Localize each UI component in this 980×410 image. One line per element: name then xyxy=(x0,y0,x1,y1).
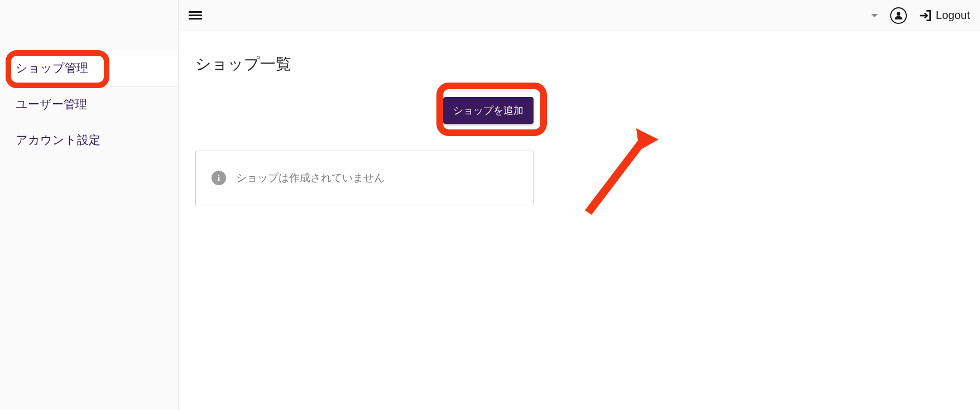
add-button-container: ショップを追加 xyxy=(195,97,534,124)
empty-state-panel: i ショップは作成されていません xyxy=(195,151,534,205)
sidebar-item-label: ショップ管理 xyxy=(16,61,88,74)
empty-state-text: ショップは作成されていません xyxy=(236,171,385,185)
dropdown-caret-icon[interactable] xyxy=(871,14,878,17)
sidebar-item-shop-management[interactable]: ショップ管理 xyxy=(0,50,178,86)
sidebar-spacer xyxy=(0,0,178,50)
topbar: Logout xyxy=(179,0,980,31)
info-icon: i xyxy=(212,171,226,185)
sidebar-item-label: ユーザー管理 xyxy=(16,98,87,110)
svg-point-0 xyxy=(896,12,900,16)
user-avatar-icon[interactable] xyxy=(890,7,907,24)
hamburger-menu-icon[interactable] xyxy=(189,9,202,22)
sidebar-item-label: アカウント設定 xyxy=(16,133,100,146)
add-shop-button[interactable]: ショップを追加 xyxy=(443,97,534,124)
main-area: Logout ショップ一覧 ショップを追加 i ショップは作成されていません xyxy=(179,0,980,410)
page-title: ショップ一覧 xyxy=(195,54,963,75)
sidebar-item-account-settings[interactable]: アカウント設定 xyxy=(0,122,178,158)
logout-button[interactable]: Logout xyxy=(918,8,970,23)
logout-label: Logout xyxy=(936,9,970,22)
sidebar: ショップ管理 ユーザー管理 アカウント設定 xyxy=(0,0,179,410)
sidebar-item-user-management[interactable]: ユーザー管理 xyxy=(0,86,178,122)
content: ショップ一覧 ショップを追加 i ショップは作成されていません xyxy=(179,31,980,228)
logout-icon xyxy=(918,8,933,23)
